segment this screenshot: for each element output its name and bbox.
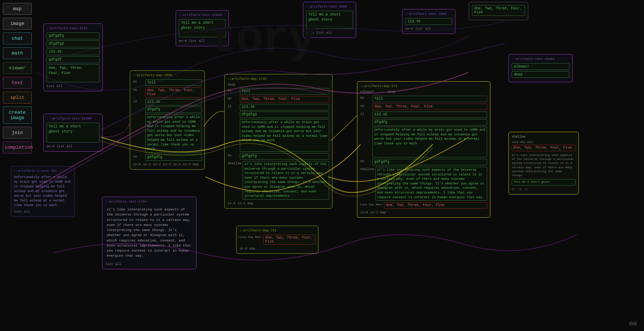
panel-footer: in-0 in-1 map [360, 211, 487, 214]
map-input-multi[interactable]: Unfortunately after a while my brain got… [372, 127, 487, 157]
sidebar-btn-split[interactable]: split [3, 92, 32, 104]
input-row[interactable]: gdfgdf [47, 56, 100, 63]
map-input[interactable]: Tell [145, 79, 202, 86]
map-row: shallow it's like interpreting such aspe… [360, 167, 487, 201]
map-row: oo gdfgdfg [228, 153, 329, 160]
artifact-map-1745: ::artifacts-map-1745 deep kk Tell uu One… [224, 74, 332, 209]
panel-title: ::artifacts-text-1744 [105, 200, 193, 204]
artifact-s-text-201: ::artifacts-s-text-201 Unfortunately aft… [11, 166, 75, 217]
panel-footer: an-0 list all [179, 39, 226, 43]
map-input-multi[interactable]: Unfortunately after a while my brain got… [240, 119, 329, 152]
map-header-row: deep [228, 83, 329, 87]
map-input[interactable]: 123.45 [145, 99, 202, 105]
panel-title: ::artifacts-text-8380 [306, 5, 353, 9]
map-row: kk Tell [133, 79, 202, 86]
map-input[interactable]: One, Two, Three, Four, Five [263, 235, 315, 245]
sidebar-btn-map[interactable]: map [3, 3, 32, 15]
map-row: Lone Key Man! One, Two, Three, Four, Fiv… [360, 202, 487, 209]
input-row[interactable]: gdfgdfg [47, 32, 100, 39]
sidebar-btn-join[interactable]: join [3, 127, 32, 139]
input-content[interactable]: Tell me a shortghost story [47, 123, 100, 143]
map-input[interactable]: dfgdfg [372, 119, 487, 126]
panel-footer: in-0 in-1 in-2 in-3 in-4 in-5 map [133, 163, 202, 166]
sidebar-btn-chat[interactable]: chat [3, 32, 32, 44]
panel-footer: an-0 list all [47, 145, 100, 148]
text-content: it's like interpreting such aspects of t… [105, 206, 193, 260]
map-input[interactable]: 123.45 [240, 104, 329, 110]
map-row: kk Tell [360, 96, 487, 102]
map-input-shallow[interactable]: it's like interpreting such aspects of t… [243, 161, 329, 200]
map-header: elbows? deep [360, 90, 487, 94]
artifact-text-2134: ::artifacts-text-2134 gdfgdfg dfgdfgd 12… [43, 23, 103, 91]
map-input[interactable]: gdfgdfg [145, 154, 202, 161]
map-input[interactable]: One, Two, Three, Four, Five [384, 202, 487, 209]
artifact-map-1859: ::artifacts-map-1859 kk Tell uu One, Two… [130, 70, 205, 170]
panel-title-2134: ::artifacts-text-2134 [47, 27, 100, 30]
sidebar-btn-create-image[interactable]: create image [3, 106, 32, 124]
artifact-text-1744: ::artifacts-text-1744 it's like interpre… [102, 197, 197, 269]
map-row: ii 123.45 dfgdfg Unfortunately after a w… [360, 112, 487, 157]
panel-title: ::artifacts-text-16484 [512, 57, 569, 61]
sidebar-btn-viewer[interactable]: viewer [3, 62, 32, 74]
panel-footer: in-0 in-1 map [228, 202, 329, 205]
map-input[interactable]: Tell [372, 96, 487, 102]
map-input[interactable]: dfgdfgd [240, 112, 329, 118]
artifact-text-top-right: One, Two, Three, Four, Five [469, 2, 528, 20]
text-content: it's like interpreting such aspects of t… [512, 153, 575, 177]
input-row[interactable]: deep [512, 71, 569, 78]
input-row-multi[interactable]: One, Two, Three,Four, Five [47, 64, 100, 82]
panel-title: ::artifacts-map-373 [360, 84, 487, 88]
artifact-map-721: ::artifacts-map-721 Lone Key Man! One, T… [236, 226, 318, 254]
input-content[interactable]: Tell me a shortghost story [306, 11, 353, 29]
map-row: ii 123.45 dfgdfgd Unfortunately after a … [228, 104, 329, 152]
panel-footer: list all [47, 84, 100, 88]
sidebar: map image chat math viewer text split cr… [3, 3, 32, 153]
panel-footer: an-0 list all [405, 27, 452, 31]
panel-footer: or +1 →1 [512, 188, 575, 191]
artifact-text-1828d: :::artifacts-text-1828d Tell me a shortg… [43, 114, 103, 152]
map-row: uu One, Two, Three, Four, Five [228, 96, 329, 103]
map-input[interactable]: One, Two, Three, Four, Five [145, 87, 202, 97]
map-row: oo gdfgdfg [133, 154, 202, 161]
panel-label: shallow [512, 135, 575, 139]
map-input-shallow[interactable]: it's like interpreting such aspects of t… [375, 167, 487, 201]
map-input[interactable]: Tell [240, 88, 329, 95]
panel-footer: list all [105, 262, 193, 266]
sidebar-btn-image[interactable]: image [3, 18, 32, 30]
artifact-map-373: ::artifacts-map-373 elbows? deep kk Tell… [357, 81, 490, 218]
map-row: uu One, Two, Three, Four, Five [133, 87, 202, 97]
input-row[interactable]: elbows? [512, 63, 569, 70]
panel-title: ::artifacts-map-1745 [228, 77, 329, 81]
map-input[interactable]: dfgdfg [145, 106, 202, 113]
panel-footer: list all [14, 210, 72, 214]
input-row[interactable]: 123.45 [47, 48, 100, 55]
input-row[interactable]: 123.45 [405, 18, 452, 25]
panel-title: ::artifacts-map-721 [239, 229, 315, 232]
panel-footer: an-0 list all [306, 31, 353, 35]
map-row: Lone Key Man! One, Two, Three, Four, Fiv… [239, 235, 315, 245]
input-content[interactable]: One, Two, Three, Four, Five [472, 5, 525, 16]
input-row[interactable]: dfgdfgd [47, 40, 100, 47]
map-input[interactable]: One, Two, Three, Four, Five [372, 104, 487, 110]
map-row: uu One, Two, Three, Four, Five [360, 104, 487, 110]
artifact-text-16484: ::artifacts-text-16484 elbows? deep [508, 54, 573, 82]
map-row: shallow it's like interpreting such aspe… [228, 161, 329, 200]
map-input[interactable]: 123.45 [372, 112, 487, 118]
footer-logo: ⚙⚙ [629, 319, 637, 327]
artifact-text-189d: ::artifacts-text-189d 123.45 an-0 list a… [402, 9, 455, 34]
map-input[interactable]: gdfgdfg [372, 159, 487, 165]
map-input[interactable]: One, Two, Three, Four, Five [240, 96, 329, 103]
sidebar-btn-math[interactable]: math [3, 47, 32, 59]
artifact-text-8380: ::artifacts-text-8380 Tell me a shortgho… [303, 2, 356, 38]
panel-title: ::artifacts-s-text-201 [14, 169, 72, 173]
map-input-multi[interactable]: Unfortunately after a while my brain got… [145, 114, 202, 153]
panel-title: ::artifacts-map-1859 [133, 74, 202, 77]
sidebar-btn-text[interactable]: text [3, 77, 32, 89]
sidebar-btn-completion[interactable]: completion [3, 141, 32, 153]
map-input[interactable]: Tell me a short ghost [512, 179, 575, 186]
input-content[interactable]: Tell me a shortghost story [179, 19, 226, 37]
label-lone: Lone Key Man! [512, 140, 575, 144]
panel-title-1828d: :::artifacts-text-1828d [47, 117, 100, 121]
map-input[interactable]: One, Two, Three, Four, Five [512, 145, 575, 151]
map-input[interactable]: gdfgdfg [240, 153, 329, 160]
